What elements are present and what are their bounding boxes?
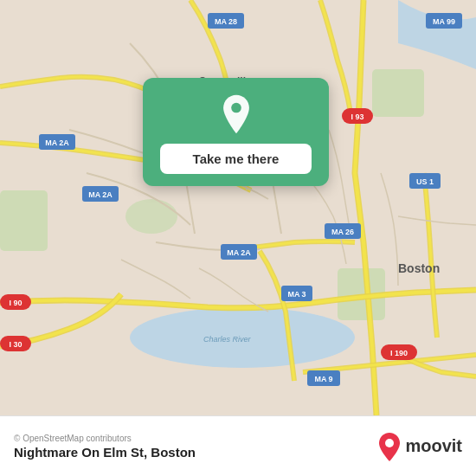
moovit-logo: moovit — [377, 432, 462, 461]
svg-text:Boston: Boston — [398, 261, 440, 275]
svg-text:MA 26: MA 26 — [331, 228, 354, 236]
svg-rect-3 — [372, 69, 424, 117]
svg-text:MA 99: MA 99 — [433, 17, 455, 26]
svg-text:I 93: I 93 — [351, 113, 363, 121]
bottom-bar: © OpenStreetMap contributors Nightmare O… — [0, 415, 476, 476]
map-container: Charles River — [0, 0, 476, 415]
svg-text:MA 2A: MA 2A — [88, 190, 113, 199]
svg-text:MA 2A: MA 2A — [45, 138, 69, 147]
svg-text:MA 2A: MA 2A — [227, 248, 251, 257]
svg-text:I 90: I 90 — [9, 299, 22, 307]
svg-rect-5 — [0, 190, 48, 251]
location-pin-icon — [215, 93, 257, 135]
moovit-wordmark: moovit — [405, 436, 462, 456]
svg-text:I 190: I 190 — [390, 349, 408, 357]
location-name: Nightmare On Elm St, Boston — [14, 445, 196, 460]
take-me-there-button[interactable]: Take me there — [160, 144, 312, 174]
svg-point-35 — [231, 103, 241, 113]
copyright-text: © OpenStreetMap contributors — [14, 434, 196, 443]
svg-text:I 30: I 30 — [9, 340, 22, 349]
moovit-pin-icon — [377, 432, 402, 461]
popup-card: Take me there — [143, 78, 329, 186]
bottom-left-section: © OpenStreetMap contributors Nightmare O… — [14, 434, 196, 460]
svg-text:Charles River: Charles River — [203, 335, 252, 344]
svg-text:US 1: US 1 — [416, 177, 434, 186]
map-background: Charles River — [0, 0, 476, 415]
svg-text:MA 28: MA 28 — [215, 17, 237, 26]
svg-point-36 — [385, 439, 394, 447]
svg-point-6 — [125, 199, 177, 234]
svg-text:MA 3: MA 3 — [287, 290, 306, 299]
svg-text:MA 9: MA 9 — [314, 375, 332, 383]
